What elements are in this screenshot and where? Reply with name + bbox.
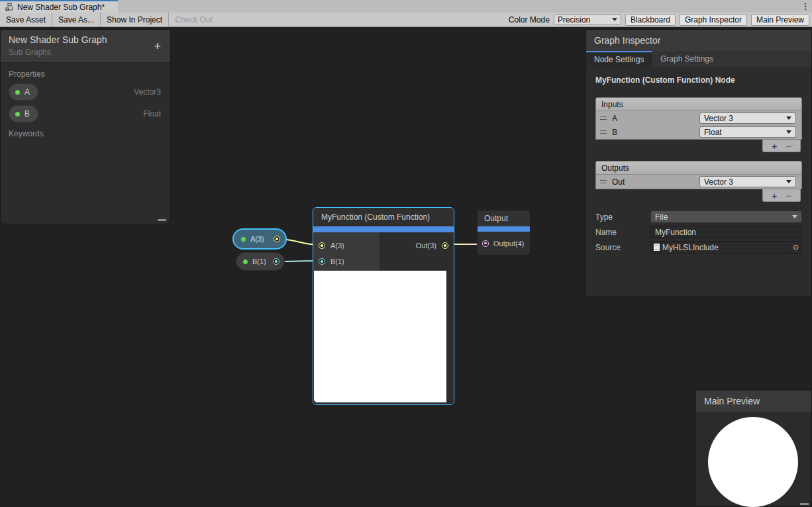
add-output-button[interactable]: +: [772, 191, 778, 201]
source-value: MyHLSLInclude: [662, 243, 719, 252]
selected-node-title: MyFunction (Custom Function) Node: [595, 75, 802, 85]
input-type-dropdown[interactable]: Float: [699, 126, 796, 138]
tab-node-settings[interactable]: Node Settings: [586, 51, 652, 67]
add-input-button[interactable]: +: [772, 141, 778, 151]
chevron-down-icon: [612, 18, 617, 21]
name-field-row: Name MyFunction: [595, 226, 802, 238]
type-dropdown[interactable]: File: [650, 210, 802, 223]
property-name: B: [25, 109, 30, 118]
input-name: A: [612, 114, 617, 123]
custom-function-node[interactable]: MyFunction (Custom Function) A(3) B(1) O…: [313, 207, 454, 405]
preview-sphere: [708, 417, 798, 507]
inspector-body: MyFunction (Custom Function) Node Inputs…: [586, 75, 811, 254]
chevron-down-icon: [786, 180, 791, 183]
port-input-a[interactable]: [319, 242, 325, 249]
node-title[interactable]: MyFunction (Custom Function): [313, 208, 454, 226]
shader-graph-icon: [5, 3, 14, 11]
toolbar-right-group: Color Mode Precision Blackboard Graph In…: [509, 13, 812, 26]
main-preview-viewport[interactable]: [696, 412, 811, 507]
file-icon: [654, 244, 660, 251]
color-mode-value: Precision: [558, 15, 590, 24]
show-in-project-button[interactable]: Show In Project: [101, 13, 169, 26]
exposed-property-dot: [243, 259, 248, 264]
source-object-field[interactable]: MyHLSLInclude ⊙: [650, 241, 802, 254]
inputs-add-remove-box: + −: [762, 140, 801, 152]
property-node-a[interactable]: A(3): [232, 228, 287, 250]
input-type-dropdown[interactable]: Vector 3: [699, 113, 796, 124]
blackboard-toggle-button[interactable]: Blackboard: [625, 14, 676, 26]
properties-section-label: Properties: [1, 63, 170, 79]
port-b-output[interactable]: [273, 258, 279, 265]
property-node-label: B(1): [252, 257, 266, 265]
property-row-b[interactable]: B Float: [1, 101, 170, 122]
remove-output-button[interactable]: −: [786, 191, 791, 201]
output-node[interactable]: Output Output(4): [477, 210, 531, 255]
object-picker-icon[interactable]: ⊙: [789, 242, 801, 253]
add-property-button[interactable]: +: [154, 40, 161, 52]
input-port-label: A(3): [330, 242, 344, 250]
graph-inspector-toggle-button[interactable]: Graph Inspector: [680, 14, 747, 26]
window-menu-icon[interactable]: ⋮: [799, 0, 812, 13]
blackboard-subtitle: Sub Graphs: [9, 48, 162, 57]
property-node-b[interactable]: B(1): [236, 252, 285, 271]
input-list-row[interactable]: B Float: [596, 125, 801, 139]
graph-canvas[interactable]: A(3) B(1) MyFunction (Custom Function) A…: [0, 27, 812, 507]
node-preview-image: [314, 271, 446, 402]
inspector-tab-strip: Node Settings Graph Settings: [586, 51, 811, 67]
output-port-label: Out(3): [416, 242, 436, 250]
blackboard-header: New Shader Sub Graph Sub Graphs +: [1, 30, 170, 63]
port-output-out[interactable]: [442, 242, 448, 249]
name-label: Name: [595, 228, 650, 237]
inputs-list-footer: + −: [595, 140, 802, 152]
node-output-column: Out(3): [380, 232, 454, 271]
input-port-label: Output(4): [493, 240, 524, 248]
property-pill[interactable]: B: [9, 105, 38, 122]
graph-inspector-title: Graph Inspector: [586, 30, 811, 51]
drag-handle-icon[interactable]: [600, 130, 607, 134]
outputs-add-remove-box: + −: [762, 189, 801, 202]
input-list-row[interactable]: A Vector 3: [596, 111, 801, 125]
remove-input-button[interactable]: −: [786, 141, 791, 151]
output-type-dropdown[interactable]: Vector 3: [699, 176, 796, 187]
save-asset-button[interactable]: Save Asset: [0, 13, 52, 26]
property-name: A: [25, 87, 30, 97]
output-list-row[interactable]: Out Vector 3: [596, 175, 801, 189]
port-a-output[interactable]: [274, 236, 280, 242]
main-preview-panel[interactable]: Main Preview: [695, 390, 812, 507]
function-settings-fields: Type File Name MyFunction Source: [595, 210, 802, 254]
chevron-down-icon: [792, 215, 797, 218]
blackboard-panel[interactable]: New Shader Sub Graph Sub Graphs + Proper…: [0, 29, 171, 224]
drag-handle-icon[interactable]: [600, 116, 607, 120]
property-type: Float: [143, 109, 161, 118]
main-preview-toggle-button[interactable]: Main Preview: [751, 14, 809, 26]
color-mode-dropdown[interactable]: Precision: [554, 14, 621, 25]
property-node-label: A(3): [250, 235, 264, 243]
precision-color-bar: [313, 226, 454, 232]
type-value: File: [655, 212, 668, 222]
panel-resize-handle[interactable]: [800, 503, 809, 505]
name-input[interactable]: MyFunction: [650, 226, 802, 238]
port-output-input[interactable]: [482, 240, 489, 247]
property-pill[interactable]: A: [9, 83, 38, 101]
exposed-property-dot: [15, 112, 20, 116]
drag-handle-icon[interactable]: [600, 180, 607, 183]
inputs-list: Inputs A Vector 3 B Float: [595, 97, 802, 140]
node-input-column: A(3) B(1): [313, 232, 380, 271]
input-port-row: B(1): [313, 254, 380, 269]
node-title[interactable]: Output: [478, 210, 530, 226]
exposed-property-dot: [241, 237, 246, 242]
tab-label: New Shader Sub Graph*: [17, 3, 105, 12]
save-as-button[interactable]: Save As...: [52, 13, 101, 26]
panel-resize-handle[interactable]: [158, 219, 166, 221]
tab-new-shader-sub-graph[interactable]: New Shader Sub Graph*: [0, 0, 118, 13]
type-label: Type: [595, 212, 650, 222]
property-row-a[interactable]: A Vector3: [1, 79, 170, 101]
port-input-b[interactable]: [319, 258, 325, 265]
source-label: Source: [595, 243, 650, 252]
window-tab-bar: New Shader Sub Graph* ⋮: [0, 0, 812, 13]
preview-resize-handle[interactable]: [446, 397, 454, 404]
output-name: Out: [612, 177, 625, 187]
tab-graph-settings[interactable]: Graph Settings: [652, 51, 721, 67]
chevron-down-icon: [786, 130, 791, 134]
graph-inspector-panel[interactable]: Graph Inspector Node Settings Graph Sett…: [585, 29, 812, 297]
